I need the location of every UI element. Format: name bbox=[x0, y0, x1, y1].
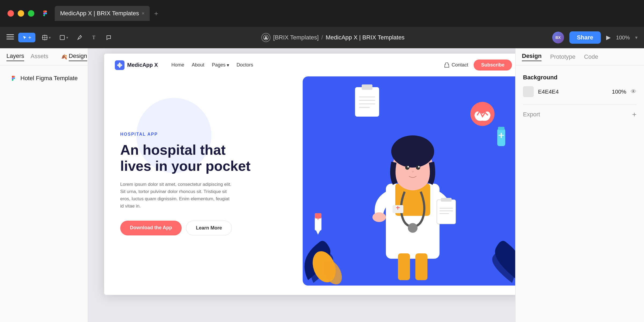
background-color-hex[interactable]: E4E4E4 bbox=[538, 88, 608, 95]
toolbar-center: [BRIX Templates] / MedicApp X | BRIX Tem… bbox=[118, 33, 548, 42]
hero-desc: Lorem ipsum dolor sit amet, consectetur … bbox=[120, 181, 233, 210]
user-avatar-small bbox=[261, 33, 270, 42]
left-panel: Layers Assets 🍂 Design ▾ Hotel Figma Tem… bbox=[0, 48, 88, 322]
layer-item[interactable]: Hotel Figma Template bbox=[6, 71, 81, 86]
leaf-right-icon bbox=[480, 227, 515, 286]
hero-title-line2: lives in your pocket bbox=[120, 158, 251, 174]
tab-close-icon[interactable]: × bbox=[142, 11, 145, 16]
zoom-level[interactable]: 100% bbox=[616, 35, 630, 41]
background-section-label: Background bbox=[523, 74, 636, 81]
tab-title: MedicApp X | BRIX Templates bbox=[60, 10, 139, 17]
nav-contact[interactable]: Contact bbox=[444, 62, 468, 68]
close-button[interactable] bbox=[8, 10, 14, 17]
nav-pages-label: Pages bbox=[212, 62, 226, 68]
share-button[interactable]: Share bbox=[569, 31, 601, 44]
export-add-button[interactable]: + bbox=[632, 110, 636, 119]
medicine-bottle-icon bbox=[493, 125, 509, 149]
hero-section: HOSPITAL APP An hospital that lives in y… bbox=[104, 76, 515, 286]
right-panel-tabs: Design Prototype Code bbox=[515, 48, 644, 65]
shape-tool-button[interactable]: ▾ bbox=[57, 32, 70, 43]
brand-icon bbox=[115, 60, 125, 70]
svg-point-31 bbox=[391, 135, 434, 168]
minimize-button[interactable] bbox=[18, 10, 24, 17]
nav-links: Home About Pages ▾ Doctors bbox=[171, 62, 444, 68]
svg-point-34 bbox=[407, 166, 409, 168]
svg-rect-41 bbox=[440, 208, 453, 209]
toolbar-left: ▾ ▾ T bbox=[6, 32, 114, 43]
comment-tool-button[interactable] bbox=[104, 32, 114, 43]
titlebar: MedicApp X | BRIX Templates × + bbox=[0, 0, 644, 27]
svg-rect-42 bbox=[440, 210, 453, 211]
breadcrumb-separator: / bbox=[321, 34, 323, 41]
brand-logo: MedicApp X bbox=[115, 60, 158, 70]
shopping-bag-icon bbox=[444, 62, 449, 68]
right-tab-code[interactable]: Code bbox=[584, 53, 598, 60]
breadcrumb-current-page: MedicApp X | BRIX Templates bbox=[326, 34, 405, 41]
hero-buttons: Download the App Learn More bbox=[120, 221, 292, 235]
svg-rect-47 bbox=[398, 253, 410, 280]
right-tab-prototype[interactable]: Prototype bbox=[550, 53, 575, 60]
background-color-swatch[interactable] bbox=[523, 86, 534, 97]
svg-point-35 bbox=[418, 166, 420, 168]
canvas-area[interactable]: MedicApp X Home About Pages ▾ Doctors bbox=[88, 48, 515, 322]
doctor-figure bbox=[356, 109, 469, 286]
svg-rect-46 bbox=[397, 206, 398, 210]
layer-figma-icon bbox=[10, 75, 17, 82]
active-tab[interactable]: MedicApp X | BRIX Templates × bbox=[55, 6, 150, 21]
nav-pages-chevron: ▾ bbox=[227, 62, 229, 68]
download-app-button[interactable]: Download the App bbox=[120, 221, 182, 235]
breadcrumb: [BRIX Templates] / MedicApp X | BRIX Tem… bbox=[261, 33, 405, 42]
frame-tool-button[interactable]: ▾ bbox=[40, 32, 53, 43]
svg-rect-21 bbox=[498, 127, 504, 130]
background-opacity[interactable]: 100% bbox=[612, 88, 626, 95]
svg-rect-17 bbox=[359, 103, 375, 104]
hero-right bbox=[303, 76, 515, 286]
svg-rect-1 bbox=[6, 36, 14, 37]
subscribe-button[interactable]: Subscribe bbox=[474, 60, 512, 71]
svg-point-37 bbox=[372, 212, 386, 222]
new-tab-button[interactable]: + bbox=[151, 9, 161, 18]
nav-about[interactable]: About bbox=[192, 62, 204, 68]
tab-assets[interactable]: Assets bbox=[31, 53, 48, 61]
leaf-left-icon bbox=[303, 227, 346, 286]
text-tool-button[interactable]: T bbox=[89, 32, 99, 43]
zoom-chevron-icon[interactable]: ▾ bbox=[635, 35, 638, 40]
hero-left: HOSPITAL APP An hospital that lives in y… bbox=[104, 76, 308, 286]
nav-contact-label: Contact bbox=[452, 62, 468, 68]
right-panel: Design Prototype Code Background E4E4E4 … bbox=[515, 48, 644, 322]
svg-point-36 bbox=[408, 223, 418, 233]
right-tab-design[interactable]: Design bbox=[522, 53, 541, 61]
nav-doctors[interactable]: Doctors bbox=[237, 62, 253, 68]
visibility-icon[interactable]: 👁 bbox=[631, 88, 636, 95]
svg-rect-40 bbox=[441, 198, 452, 202]
main-area: Layers Assets 🍂 Design ▾ Hotel Figma Tem… bbox=[0, 48, 644, 322]
svg-rect-14 bbox=[362, 84, 372, 90]
present-button[interactable]: ▶ bbox=[606, 34, 611, 41]
svg-rect-6 bbox=[60, 35, 64, 40]
svg-point-33 bbox=[416, 165, 420, 170]
learn-more-button[interactable]: Learn More bbox=[186, 221, 232, 235]
brand-name: MedicApp X bbox=[127, 62, 158, 68]
svg-rect-2 bbox=[6, 39, 14, 39]
tab-layers[interactable]: Layers bbox=[6, 53, 24, 61]
tab-design[interactable]: Design bbox=[69, 53, 87, 61]
heart-icon bbox=[469, 101, 496, 127]
user-avatar: BX bbox=[552, 32, 564, 43]
traffic-lights bbox=[8, 10, 34, 17]
move-tool-button[interactable] bbox=[18, 33, 35, 42]
nav-home[interactable]: Home bbox=[171, 62, 184, 68]
export-label: Export bbox=[523, 111, 540, 118]
breadcrumb-org: [BRIX Templates] bbox=[273, 34, 319, 41]
maximize-button[interactable] bbox=[28, 10, 34, 17]
layer-name: Hotel Figma Template bbox=[20, 75, 78, 82]
toolbar-right: BX Share ▶ 100% ▾ bbox=[552, 31, 638, 44]
pen-tool-button[interactable] bbox=[75, 32, 85, 43]
svg-rect-18 bbox=[359, 107, 370, 108]
menu-button[interactable] bbox=[6, 34, 14, 41]
svg-rect-16 bbox=[359, 100, 375, 101]
nav-pages[interactable]: Pages ▾ bbox=[212, 62, 229, 68]
svg-point-32 bbox=[405, 165, 409, 170]
svg-rect-0 bbox=[6, 34, 14, 35]
svg-rect-23 bbox=[501, 133, 502, 138]
bg-color-row: E4E4E4 100% 👁 bbox=[523, 86, 636, 97]
